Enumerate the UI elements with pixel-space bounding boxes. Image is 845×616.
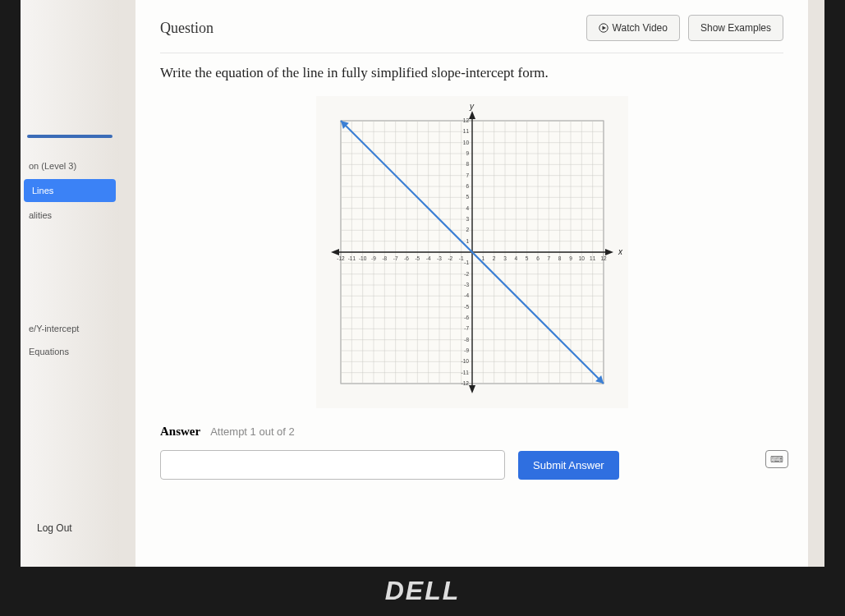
svg-text:6: 6 <box>536 255 540 261</box>
svg-text:-9: -9 <box>371 255 376 261</box>
sidebar-item-alities[interactable]: alities <box>21 204 119 227</box>
progress-bar <box>27 135 113 138</box>
main-panel: Question Watch Video Show Examples Write… <box>135 0 808 567</box>
svg-text:6: 6 <box>466 183 469 189</box>
svg-text:-2: -2 <box>448 255 452 261</box>
svg-text:-7: -7 <box>464 325 469 331</box>
svg-text:1: 1 <box>466 238 469 244</box>
svg-text:3: 3 <box>503 255 507 261</box>
svg-text:-12: -12 <box>337 255 345 261</box>
svg-text:11: 11 <box>462 128 469 134</box>
svg-text:y: y <box>469 102 475 111</box>
sidebar-item-lines[interactable]: Lines <box>24 179 116 202</box>
answer-heading: Answer <box>160 425 200 439</box>
watch-video-button[interactable]: Watch Video <box>586 15 680 41</box>
svg-text:-1: -1 <box>458 255 463 261</box>
svg-text:-9: -9 <box>464 347 469 353</box>
svg-text:-11: -11 <box>347 255 356 261</box>
svg-text:x: x <box>618 247 623 256</box>
svg-text:-6: -6 <box>404 255 409 261</box>
svg-text:-8: -8 <box>464 337 469 342</box>
svg-text:5: 5 <box>466 194 469 200</box>
svg-text:-6: -6 <box>464 315 469 320</box>
svg-text:10: 10 <box>462 140 469 145</box>
svg-text:7: 7 <box>547 255 550 261</box>
svg-text:-2: -2 <box>464 271 469 277</box>
submit-answer-button[interactable]: Submit Answer <box>518 451 619 480</box>
keyboard-icon[interactable]: ⌨ <box>765 450 788 468</box>
svg-marker-55 <box>605 249 613 255</box>
show-examples-label: Show Examples <box>700 22 771 34</box>
svg-text:-4: -4 <box>425 255 430 261</box>
svg-text:1: 1 <box>481 255 484 261</box>
page-title: Question <box>160 20 214 37</box>
svg-text:12: 12 <box>462 117 469 123</box>
show-examples-button[interactable]: Show Examples <box>688 15 783 41</box>
logout-link[interactable]: Log Out <box>37 522 72 534</box>
svg-text:11: 11 <box>590 255 596 261</box>
svg-text:-10: -10 <box>358 255 366 261</box>
svg-text:-11: -11 <box>461 370 469 375</box>
svg-text:-12: -12 <box>461 380 469 386</box>
svg-text:7: 7 <box>466 172 469 178</box>
svg-marker-56 <box>331 249 339 255</box>
svg-marker-57 <box>469 111 475 119</box>
attempt-counter: Attempt 1 out of 2 <box>210 425 295 438</box>
svg-text:-3: -3 <box>464 282 469 287</box>
sidebar-item-level[interactable]: on (Level 3) <box>21 154 119 177</box>
svg-text:-5: -5 <box>415 255 420 261</box>
answer-input[interactable] <box>160 450 505 480</box>
svg-text:4: 4 <box>514 255 517 261</box>
svg-text:-5: -5 <box>464 304 469 310</box>
svg-text:9: 9 <box>569 255 572 261</box>
svg-marker-58 <box>469 385 475 393</box>
svg-text:8: 8 <box>466 161 469 167</box>
coordinate-graph: -12-11-10-9-8-7-6-5-4-3-2-11234567891011… <box>316 96 628 408</box>
svg-text:2: 2 <box>466 227 469 232</box>
sidebar-item-equations[interactable]: Equations <box>21 340 119 363</box>
svg-marker-1 <box>602 26 606 30</box>
svg-text:2: 2 <box>492 255 495 261</box>
svg-text:3: 3 <box>466 216 469 222</box>
svg-text:9: 9 <box>466 150 469 156</box>
svg-text:5: 5 <box>525 255 528 261</box>
svg-text:-4: -4 <box>464 292 469 298</box>
svg-text:4: 4 <box>466 205 469 211</box>
svg-text:-1: -1 <box>464 260 469 265</box>
svg-text:12: 12 <box>600 255 607 261</box>
svg-text:-8: -8 <box>382 255 387 261</box>
question-prompt: Write the equation of the line in fully … <box>160 65 783 81</box>
watch-video-label: Watch Video <box>613 22 668 34</box>
sidebar-item-y-intercept[interactable]: e/Y-intercept <box>21 317 119 340</box>
svg-text:8: 8 <box>558 255 561 261</box>
play-icon <box>599 23 608 33</box>
svg-text:-3: -3 <box>437 255 442 261</box>
svg-text:10: 10 <box>578 255 585 261</box>
laptop-brand-logo: DELL <box>385 576 461 606</box>
svg-text:-7: -7 <box>393 255 397 261</box>
sidebar: on (Level 3) Lines alities e/Y-intercept… <box>21 0 119 567</box>
svg-text:-10: -10 <box>461 358 469 364</box>
